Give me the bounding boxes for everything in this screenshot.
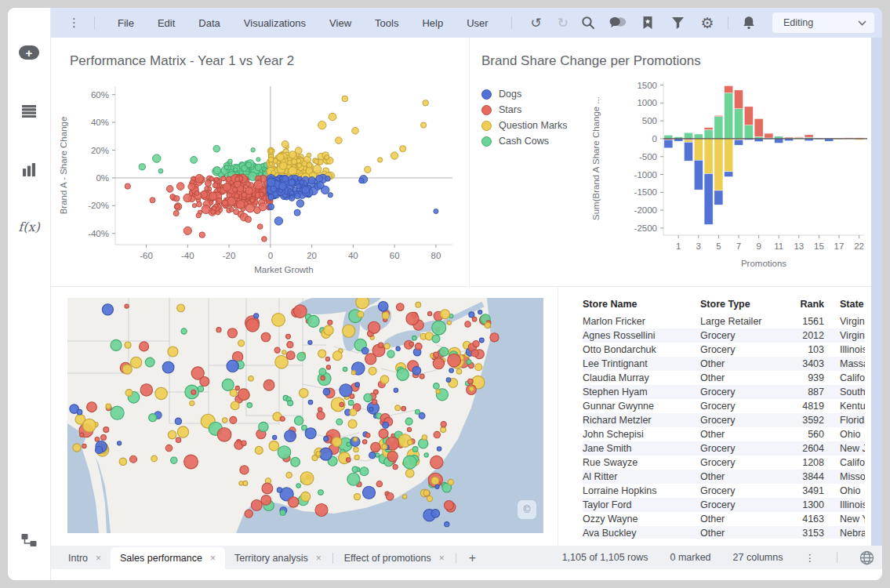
table-row[interactable]: Al RitterOther3844Missouri	[583, 470, 865, 484]
cell-state: Virginia	[829, 316, 865, 327]
svg-text:17: 17	[834, 241, 845, 251]
svg-text:Market Growth: Market Growth	[254, 265, 313, 274]
notifications-icon[interactable]	[738, 12, 760, 34]
legend-swatch	[481, 136, 492, 147]
bar-segments[interactable]	[664, 86, 863, 225]
cell-store-type: Other	[700, 514, 788, 524]
close-icon[interactable]: ×	[439, 553, 445, 564]
menu-item-view[interactable]: View	[318, 13, 363, 34]
legend-label: Cash Cows	[499, 136, 549, 147]
table-row[interactable]: Stephen HyamGrocery887South Carolina	[583, 385, 865, 399]
map-panel[interactable]: ©	[51, 288, 558, 546]
mode-dropdown[interactable]: Editing	[772, 13, 874, 33]
svg-text:11: 11	[774, 241, 783, 251]
menu-item-user[interactable]: User	[455, 13, 499, 34]
scrollbar[interactable]	[871, 38, 882, 546]
legend-item-dogs[interactable]: Dogs	[481, 86, 568, 102]
table-panel[interactable]: Store NameStore TypeRankState Marlon Fri…	[559, 288, 871, 546]
table-header[interactable]: Store NameStore TypeRankState	[583, 299, 865, 314]
close-icon[interactable]: ×	[96, 553, 101, 564]
column-header-rank[interactable]: Rank	[788, 299, 829, 314]
close-icon[interactable]: ×	[316, 553, 321, 564]
bar-plot[interactable]: 150010005000-500-1000-1500-2000-25001357…	[588, 75, 870, 276]
cell-rank: 1300	[788, 499, 829, 510]
status-bar: 1,105 of 1,105 rows 0 marked 27 columns …	[562, 546, 882, 569]
svg-text:0: 0	[652, 134, 657, 143]
gear-icon[interactable]: ⚙	[696, 12, 718, 34]
map-copyright-button[interactable]: ©	[518, 500, 536, 519]
menu-item-help[interactable]: Help	[410, 13, 455, 34]
cell-store-name: Marlon Fricker	[583, 316, 700, 327]
cell-state: Missouri	[829, 471, 865, 482]
table-row[interactable]: Rue SwayzeGrocery1208California	[583, 456, 865, 470]
app-window: + f(x) ⋮ FileEditDataVisualizationsViewT…	[8, 8, 882, 580]
cell-rank: 887	[788, 387, 829, 397]
search-icon[interactable]	[577, 12, 599, 34]
scatter-plot[interactable]: 60%40%20%0%-20%-40%-60-40-20020406080Bra…	[54, 75, 465, 281]
bookmark-icon[interactable]	[637, 12, 659, 34]
undo-icon[interactable]: ↺	[523, 15, 550, 31]
cell-rank: 2604	[788, 443, 829, 454]
left-toolbar: + f(x)	[8, 8, 51, 580]
table-row[interactable]: Gunnar GwynneGrocery4819Kentucky	[583, 399, 865, 413]
table-row[interactable]: John SchepisiOther560Ohio	[583, 427, 865, 441]
tab-intro[interactable]: Intro×	[59, 547, 111, 569]
legend-item-cash-cows[interactable]: Cash Cows	[481, 133, 568, 149]
tab-territory-analysis[interactable]: Territory analysis×	[225, 547, 331, 569]
map-visualization[interactable]	[67, 298, 543, 533]
bar-panel[interactable]: Brand Share Change per Promotions DogsSt…	[470, 38, 871, 287]
menu-item-edit[interactable]: Edit	[146, 13, 187, 34]
column-header-store-type[interactable]: Store Type	[700, 299, 788, 314]
column-header-state[interactable]: State	[829, 299, 865, 314]
cell-store-name: Stephen Hyam	[583, 387, 700, 397]
legend-item-stars[interactable]: Stars	[481, 102, 568, 118]
functions-icon[interactable]: f(x)	[18, 220, 39, 234]
redo-icon[interactable]: ↻	[550, 15, 576, 31]
table-row[interactable]: Ozzy WayneOther4163New York	[583, 512, 865, 526]
globe-icon[interactable]	[859, 550, 874, 565]
column-header-store-name[interactable]: Store Name	[583, 299, 700, 314]
data-canvas-icon[interactable]	[21, 533, 38, 550]
data-table-icon[interactable]	[21, 105, 37, 121]
table-row[interactable]: Otto BondarchukGrocery103Illinois	[583, 343, 865, 357]
scatter-points[interactable]	[125, 96, 438, 241]
cell-store-type: Grocery	[700, 330, 788, 341]
comments-icon[interactable]	[607, 12, 629, 34]
table-row[interactable]: Lee TrintignantOther3403Massachusetts	[583, 357, 865, 371]
cell-store-name: Taylor Ford	[583, 499, 700, 510]
cell-state: California	[829, 372, 865, 383]
svg-text:500: 500	[642, 116, 657, 125]
table-row[interactable]: Lorraine HopkinsGrocery3491Ohio	[583, 484, 865, 498]
table-row[interactable]: Taylor FordGrocery1300Illinois	[583, 498, 865, 512]
kebab-icon[interactable]: ⋮	[805, 552, 816, 564]
kebab-icon[interactable]: ⋮	[65, 16, 83, 30]
chevron-down-icon	[858, 20, 866, 26]
table-row[interactable]: Claudia MurrayOther939California	[583, 371, 865, 385]
dashboard-content: Performance Matrix - Year 1 vs Year 2 60…	[51, 38, 882, 546]
table-row[interactable]: Ava BuckleyOther3153Nebraska	[583, 526, 865, 539]
mode-label: Editing	[783, 17, 813, 28]
svg-text:40%: 40%	[91, 118, 109, 127]
table-row[interactable]: Agnes RosselliniGrocery2012Virginia	[583, 328, 865, 343]
table-row[interactable]: Jane SmithGrocery2604New Jersey	[583, 441, 865, 456]
menu-item-file[interactable]: File	[106, 13, 146, 34]
add-icon[interactable]: +	[19, 45, 39, 60]
svg-text:-500: -500	[639, 152, 657, 162]
tab-sales-performance[interactable]: Sales performance×	[111, 547, 225, 569]
cell-rank: 4163	[788, 514, 829, 524]
legend-item-question-marks[interactable]: Question Marks	[481, 118, 568, 133]
cell-rank: 3844	[788, 471, 829, 482]
menu-item-tools[interactable]: Tools	[363, 13, 410, 34]
tab-effect-of-promotions[interactable]: Effect of promotions×	[335, 547, 454, 569]
cell-store-type: Grocery	[700, 443, 788, 454]
visualization-types-icon[interactable]	[22, 163, 36, 180]
legend-label: Dogs	[499, 89, 521, 100]
close-icon[interactable]: ×	[210, 553, 216, 564]
filter-icon[interactable]	[667, 12, 688, 34]
scatter-panel[interactable]: Performance Matrix - Year 1 vs Year 2 60…	[51, 38, 470, 287]
table-row[interactable]: Marlon FrickerLarge Retailer1561Virginia	[583, 314, 865, 328]
menu-item-data[interactable]: Data	[187, 13, 231, 34]
table-row[interactable]: Richard MetzlerGrocery3592Florida	[583, 413, 865, 427]
add-page-button[interactable]: +	[458, 551, 487, 569]
menu-item-visualizations[interactable]: Visualizations	[232, 13, 318, 34]
